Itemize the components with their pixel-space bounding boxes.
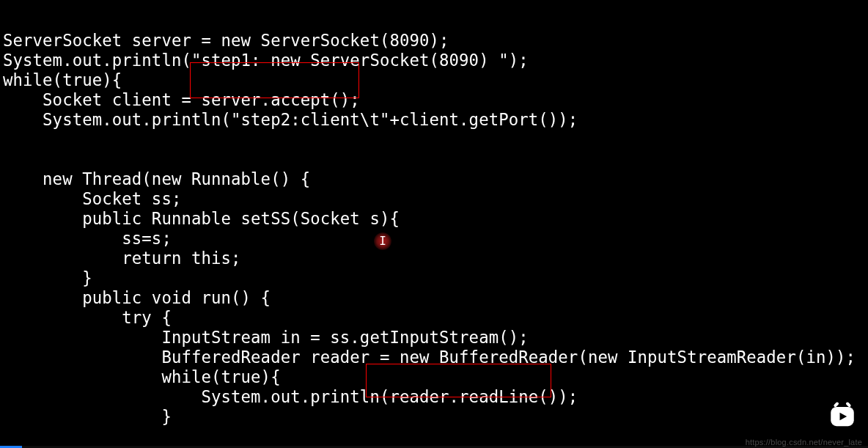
- code-block: ServerSocket server = new ServerSocket(8…: [3, 31, 865, 427]
- video-play-icon[interactable]: [827, 401, 858, 432]
- text-cursor-indicator: I: [374, 232, 391, 250]
